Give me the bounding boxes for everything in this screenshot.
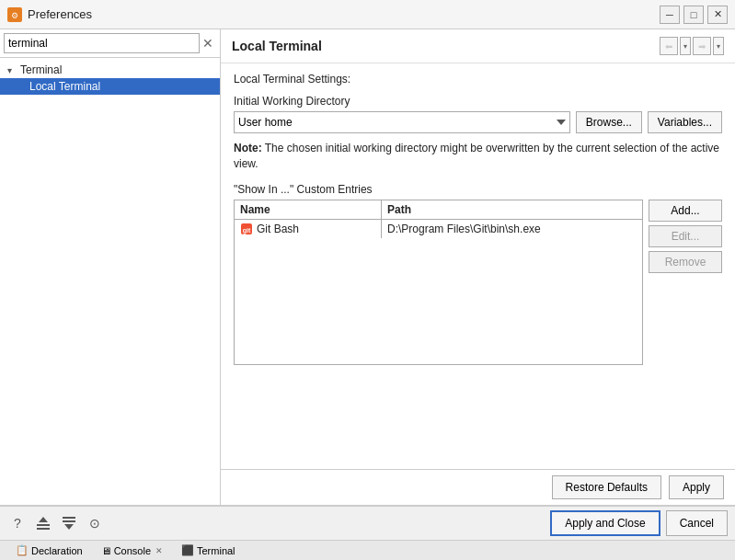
variables-button[interactable]: Variables... [648, 111, 722, 133]
right-panel-title: Local Terminal [232, 39, 660, 53]
tab-declaration-label: Declaration [31, 545, 83, 556]
tab-declaration[interactable]: 📋 Declaration [7, 542, 91, 560]
window-title: Preferences [28, 7, 660, 21]
table-area: Name Path git Git Bash D:\Program Files\… [234, 200, 722, 365]
svg-marker-6 [39, 517, 48, 522]
svg-rect-4 [37, 524, 50, 526]
window-controls: ─ □ ✕ [660, 6, 728, 24]
tab-terminal-icon: ⬛ [181, 544, 194, 556]
nav-forward-arrow[interactable]: ▾ [713, 37, 724, 55]
tab-console-icon: 🖥 [101, 545, 111, 556]
initial-dir-dropdown[interactable]: User home Current workspace Custom [234, 111, 570, 133]
restore-defaults-button[interactable]: Restore Defaults [552, 475, 661, 499]
tree-nav: ▾ Terminal Local Terminal [0, 58, 220, 505]
right-header: Local Terminal ⬅ ▾ ➡ ▾ [221, 29, 735, 63]
app-icon: ⚙ [7, 7, 22, 22]
export-icon [35, 515, 52, 531]
apply-button[interactable]: Apply [669, 475, 724, 499]
tab-console-close-icon[interactable]: ✕ [155, 546, 163, 555]
help-icon-button[interactable]: ? [7, 513, 28, 533]
minimize-button[interactable]: ─ [660, 6, 680, 24]
tab-console[interactable]: 🖥 Console ✕ [93, 542, 171, 560]
row-path-cell: D:\Program Files\Git\bin\sh.exe [382, 220, 642, 238]
table-buttons: Add... Edit... Remove [649, 200, 722, 365]
settings-area: Local Terminal Settings: Initial Working… [221, 63, 735, 469]
svg-rect-8 [63, 520, 75, 522]
row-name-label: Git Bash [257, 223, 299, 235]
tab-terminal-label: Terminal [197, 545, 235, 556]
browse-button[interactable]: Browse... [576, 111, 642, 133]
table-header: Name Path [235, 200, 642, 220]
maximize-button[interactable]: □ [683, 6, 704, 24]
tab-console-label: Console [114, 545, 151, 556]
search-input[interactable] [4, 33, 200, 53]
tree-child-label: Local Terminal [29, 80, 100, 93]
custom-entries-title: "Show In ..." Custom Entries [234, 183, 722, 196]
svg-text:git: git [243, 226, 251, 234]
bottom-tabs: 📋 Declaration 🖥 Console ✕ ⬛ Terminal [0, 540, 735, 560]
edit-button[interactable]: Edit... [649, 225, 722, 247]
search-bar: ✕ [0, 29, 220, 58]
entries-table: Name Path git Git Bash D:\Program Files\… [234, 200, 643, 365]
col-header-path: Path [382, 200, 642, 219]
nav-forward-button[interactable]: ➡ [693, 37, 711, 55]
close-button[interactable]: ✕ [707, 6, 728, 24]
footer-icons: ? ⊙ [7, 513, 545, 533]
tab-terminal[interactable]: ⬛ Terminal [173, 542, 244, 560]
import-icon-button[interactable] [59, 513, 79, 533]
search-clear-button[interactable]: ✕ [200, 35, 216, 51]
add-button[interactable]: Add... [649, 200, 722, 222]
svg-text:⚙: ⚙ [11, 11, 18, 20]
settings-icon-button[interactable]: ⊙ [85, 513, 105, 533]
row-name-cell: git Git Bash [235, 220, 382, 238]
import-icon [61, 515, 77, 531]
right-panel: Local Terminal ⬅ ▾ ➡ ▾ Local Terminal Se… [221, 29, 735, 505]
bottom-action-bar: Restore Defaults Apply [221, 469, 735, 505]
export-icon-button[interactable] [33, 513, 53, 533]
settings-section-title: Local Terminal Settings: [234, 73, 722, 86]
initial-dir-row: User home Current workspace Custom Brows… [234, 111, 722, 133]
svg-rect-5 [37, 528, 50, 530]
nav-back-arrow[interactable]: ▾ [680, 37, 691, 55]
initial-dir-label: Initial Working Directory [234, 95, 722, 108]
tab-declaration-icon: 📋 [16, 544, 29, 556]
git-bash-icon: git [240, 223, 253, 235]
cancel-button[interactable]: Cancel [666, 510, 728, 536]
svg-marker-9 [64, 524, 74, 530]
tree-parent-label: Terminal [20, 63, 62, 76]
tree-child-local-terminal[interactable]: Local Terminal [0, 78, 220, 95]
col-header-name: Name [235, 200, 382, 219]
svg-rect-7 [63, 517, 75, 519]
nav-buttons: ⬅ ▾ ➡ ▾ [660, 37, 724, 55]
footer: ? ⊙ Apply and Close Cancel [0, 505, 735, 540]
footer-right: Apply and Close Cancel [550, 510, 728, 536]
title-bar: ⚙ Preferences ─ □ ✕ [0, 0, 735, 29]
remove-button[interactable]: Remove [649, 251, 722, 273]
main-content: ✕ ▾ Terminal Local Terminal Local Termin… [0, 29, 735, 505]
nav-back-button[interactable]: ⬅ [660, 37, 678, 55]
note-bold: Note: [234, 142, 262, 154]
note-box: Note: The chosen initial working directo… [234, 141, 722, 172]
note-text: The chosen initial working directory mig… [234, 142, 719, 170]
apply-close-button[interactable]: Apply and Close [550, 510, 660, 536]
expand-icon: ▾ [7, 65, 18, 75]
tree-item-terminal[interactable]: ▾ Terminal [0, 62, 220, 78]
table-row[interactable]: git Git Bash D:\Program Files\Git\bin\sh… [235, 220, 642, 238]
left-panel: ✕ ▾ Terminal Local Terminal [0, 29, 221, 505]
